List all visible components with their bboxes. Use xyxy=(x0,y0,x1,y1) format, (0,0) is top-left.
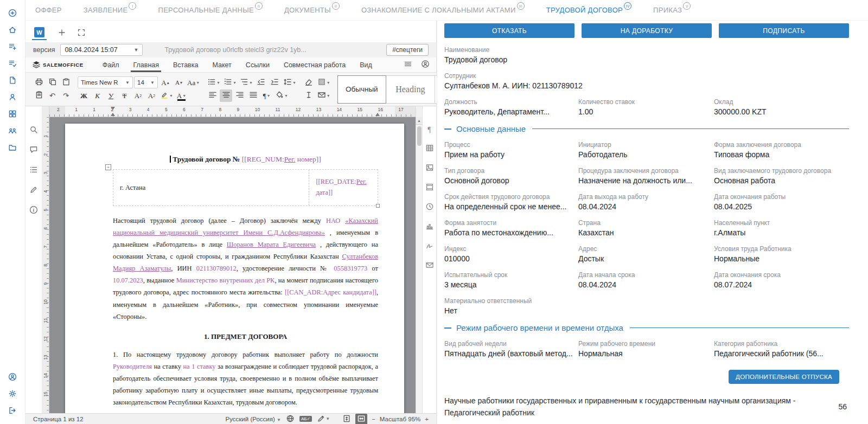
align-center-button[interactable] xyxy=(220,89,232,102)
tab-trudovoy-dogovor[interactable]: ТРУДОВОЙ ДОГОВОРIV xyxy=(546,6,631,14)
sidebar-document-button[interactable] xyxy=(3,72,22,88)
additional-vacations-button[interactable]: ДОПОЛНИТЕЛЬНЫЕ ОТПУСКА xyxy=(729,370,839,384)
feedback-panel-button[interactable] xyxy=(28,185,40,197)
decrease-indent-button[interactable] xyxy=(255,76,267,89)
font-color-button[interactable]: A▼ xyxy=(175,89,188,102)
mail-merge-button[interactable]: ▼ xyxy=(316,89,331,102)
section-header[interactable]: Режим рабочего времени и времени отдыха xyxy=(444,323,849,332)
spellcheck-toggle[interactable]: АБ✓ xyxy=(299,416,312,422)
info-panel-button[interactable] xyxy=(28,205,40,217)
highlight-color-button[interactable]: ▼ xyxy=(159,89,174,102)
table-cell-regdate[interactable]: [[REG_DATE:Рег. дата]] xyxy=(309,170,378,205)
tab-dokumenty[interactable]: ДОКУМЕНТЫII xyxy=(284,6,340,14)
print-button[interactable] xyxy=(33,76,45,89)
multilevel-list-button[interactable]: ▼ xyxy=(239,76,254,89)
add-document-button[interactable] xyxy=(58,27,66,40)
version-select[interactable]: 08.04.2024 15:07 ▼ xyxy=(60,44,143,56)
sidebar-account-button[interactable] xyxy=(3,368,22,385)
hamburger-menu-button[interactable] xyxy=(404,59,412,72)
align-left-button[interactable] xyxy=(206,89,219,102)
menu-Файл[interactable]: Файл xyxy=(95,57,126,72)
document-tab[interactable]: W xyxy=(32,27,47,40)
image-panel-button[interactable] xyxy=(424,163,436,175)
subscript-button[interactable]: A2 xyxy=(145,89,158,102)
increase-indent-button[interactable] xyxy=(269,76,281,89)
font-size-select[interactable]: 14▼ xyxy=(134,76,158,88)
fit-width-button[interactable] xyxy=(355,414,367,424)
sidebar-request-check-button[interactable] xyxy=(3,55,22,72)
menu-Макет[interactable]: Макет xyxy=(205,57,238,72)
track-changes-toggle[interactable]: ▼ xyxy=(317,414,330,424)
sidebar-home-button[interactable] xyxy=(3,21,22,38)
paste-button[interactable] xyxy=(33,89,45,102)
line-spacing-button[interactable]: ▼ xyxy=(282,76,297,89)
sign-button[interactable]: ПОДПИСАТЬ xyxy=(719,23,849,38)
redo-button[interactable]: ↷ xyxy=(60,89,72,102)
increase-font-button[interactable]: A▴ xyxy=(159,76,171,89)
numbered-list-button[interactable]: ▼ xyxy=(222,76,238,89)
signature-panel-button[interactable] xyxy=(424,241,436,253)
sidebar-settings-button[interactable] xyxy=(3,385,22,402)
superscript-button[interactable]: A2 xyxy=(132,89,144,102)
tab-prikaz[interactable]: ПРИКАЗV xyxy=(653,6,691,14)
search-panel-button[interactable] xyxy=(28,125,40,137)
font-family-select[interactable]: Times New R▼ xyxy=(78,76,133,88)
style-normal[interactable]: Обычный xyxy=(337,75,386,104)
copy-button[interactable] xyxy=(46,76,59,89)
spectags-button[interactable]: #спецтеги xyxy=(386,44,429,56)
table-cell-city[interactable]: г. Астана xyxy=(113,170,309,205)
clear-style-button[interactable] xyxy=(303,76,315,89)
headerfooter-panel-button[interactable] xyxy=(424,182,436,194)
bold-button[interactable]: Ж xyxy=(78,89,90,102)
menu-Вид[interactable]: Вид xyxy=(353,57,379,72)
zoom-in-button[interactable]: + xyxy=(425,416,429,422)
vertical-scrollbar[interactable]: ▲ xyxy=(416,117,422,413)
paragraph-shading-button[interactable]: ▼ xyxy=(274,89,289,102)
menu-Вставка[interactable]: Вставка xyxy=(166,57,205,72)
align-justify-button[interactable] xyxy=(247,89,259,102)
set-language-button[interactable] xyxy=(286,414,295,424)
tab-zayavlenie[interactable]: ЗАЯВЛЕНИЕI xyxy=(84,6,137,14)
sidebar-request-add-button[interactable] xyxy=(3,38,22,55)
sidebar-add-circle-button[interactable] xyxy=(3,4,22,21)
nonprinting-chars-button[interactable]: ¶▼ xyxy=(260,89,273,102)
language-select[interactable]: Русский (Россия) ▼ xyxy=(226,416,281,422)
table-panel-button[interactable] xyxy=(424,143,436,155)
clock-panel-button[interactable] xyxy=(424,202,436,214)
sidebar-person-button[interactable] xyxy=(3,88,22,105)
align-right-button[interactable] xyxy=(233,89,246,102)
indent-marker-right[interactable] xyxy=(375,113,380,116)
strikethrough-button[interactable]: Ŧ xyxy=(118,89,131,102)
underline-button[interactable]: У xyxy=(105,89,117,102)
insert-field-button[interactable] xyxy=(303,89,315,102)
indent-marker-first-line[interactable] xyxy=(111,107,115,110)
copy-style-button[interactable] xyxy=(60,76,72,89)
indent-marker-left[interactable] xyxy=(111,113,115,116)
menu-Главная[interactable]: Главная xyxy=(126,57,166,72)
sidebar-logout-button[interactable] xyxy=(3,402,22,419)
comments-panel-button[interactable] xyxy=(28,145,40,157)
undo-button[interactable]: ↶ xyxy=(46,89,59,102)
shading-button[interactable]: ▼ xyxy=(316,76,331,89)
document-canvas[interactable]: Трудовой договор № [[REG_NUM:Рег. номер]… xyxy=(49,117,416,413)
user-avatar-button[interactable] xyxy=(421,59,430,72)
change-case-button[interactable]: Aa▼ xyxy=(186,76,201,89)
chart-panel-button[interactable] xyxy=(424,221,436,233)
tab-offer[interactable]: ОФФЕР xyxy=(35,6,62,14)
sidebar-team-button[interactable] xyxy=(3,122,22,139)
vertical-ruler[interactable]: 123456789101112131415 xyxy=(42,117,49,413)
rework-button[interactable]: НА ДОРАБОТКУ xyxy=(582,23,712,38)
tab-oznakomlenie-s-lokalnymi-aktami[interactable]: ОЗНАКОМЛЕНИЕ С ЛОКАЛЬНЫМИ АКТАМИIII xyxy=(361,6,525,14)
mailmerge-panel-button[interactable] xyxy=(424,260,436,272)
zoom-out-button[interactable]: − xyxy=(372,416,375,422)
bullet-list-button[interactable]: ▼ xyxy=(206,76,221,89)
horizontal-ruler[interactable]: 211234567891011121314151617 xyxy=(49,106,416,117)
menu-Ссылки[interactable]: Ссылки xyxy=(239,57,277,72)
document-page[interactable]: Трудовой договор № [[REG_NUM:Рег. номер]… xyxy=(65,124,404,413)
style-heading[interactable]: Heading xyxy=(386,75,435,104)
table-move-handle[interactable]: + xyxy=(105,164,111,170)
scrollbar-thumb[interactable] xyxy=(417,126,422,146)
table-resize-handle[interactable] xyxy=(376,204,380,208)
fullscreen-button[interactable] xyxy=(77,27,86,40)
section-header[interactable]: Основные данные xyxy=(444,124,849,133)
